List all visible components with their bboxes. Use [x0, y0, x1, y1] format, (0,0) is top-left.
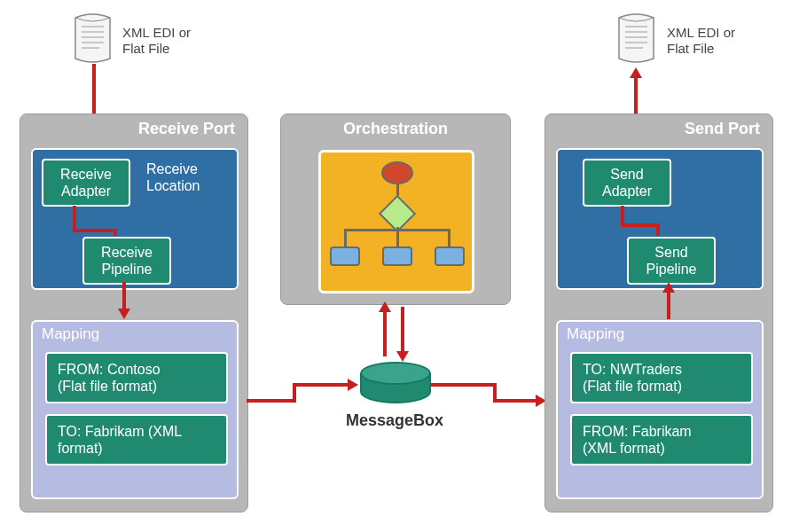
arrow-msgbox-sendmap-h1 [431, 383, 493, 387]
flowchart-branch-v-right [448, 229, 451, 246]
arrow-msgbox-sendmap-h2 [493, 399, 537, 403]
flowchart-task-3-icon [435, 246, 465, 266]
arrow-head-output [630, 67, 642, 78]
receive-port-title: Receive Port [138, 120, 235, 138]
arrow-orch-msgbox-right [401, 307, 404, 353]
arrow-sendpipe-adapter-v2 [621, 206, 624, 227]
messagebox-icon [360, 362, 431, 404]
output-document-label: XML EDI or Flat File [667, 25, 735, 57]
send-mapping-from: FROM: Fabrikam (XML format) [570, 414, 753, 466]
send-blue-box: Send Adapter Send Pipeline [556, 148, 764, 290]
arrow-head-sendmap-pipeline [662, 282, 675, 293]
arrow-head-orch-to-msgbox [396, 351, 409, 362]
flowchart-branch-v-center [396, 227, 399, 246]
send-mapping-box: Mapping TO: NWTraders (Flat file format)… [556, 320, 764, 499]
arrow-adapter-to-pipeline-v2 [114, 229, 117, 236]
flowchart-task-1-icon [330, 246, 360, 266]
arrow-head-recvmap-msgbox [348, 379, 358, 391]
flowchart-start-icon [381, 161, 413, 184]
send-port-panel: Send Port Send Adapter Send Pipeline Map… [545, 113, 773, 512]
arrow-head-msgbox-to-orch [379, 301, 391, 312]
arrow-pipeline-to-mapping [122, 282, 126, 310]
send-pipeline-box: Send Pipeline [627, 237, 716, 285]
receive-adapter-box: Receive Adapter [42, 159, 130, 207]
orchestration-panel: Orchestration [280, 113, 511, 305]
arrow-recvmap-msgbox-h2 [293, 383, 349, 387]
arrow-adapter-to-pipeline-v1 [73, 206, 76, 231]
receive-mapping-box: Mapping FROM: Contoso (Flat file format)… [31, 320, 239, 499]
input-document-icon [73, 12, 113, 64]
orchestration-title: Orchestration [281, 120, 510, 138]
messagebox-label: MessageBox [346, 411, 443, 430]
send-mapping-to: TO: NWTraders (Flat file format) [570, 352, 753, 403]
send-port-title: Send Port [685, 120, 760, 138]
input-document-label: XML EDI or Flat File [122, 25, 191, 57]
send-adapter-box: Send Adapter [583, 159, 671, 207]
receive-pipeline-box: Receive Pipeline [82, 237, 171, 285]
send-mapping-title: Mapping [567, 325, 624, 343]
receive-mapping-from: FROM: Contoso (Flat file format) [45, 352, 228, 403]
receive-location-box: Receive Location Receive Adapter Receive… [31, 148, 239, 290]
flowchart-branch-v-left [344, 229, 347, 246]
receive-mapping-title: Mapping [42, 325, 99, 343]
receive-port-panel: Receive Port Receive Location Receive Ad… [20, 113, 248, 512]
arrow-recvmap-msgbox-h1 [247, 399, 296, 403]
arrow-sendmap-to-pipeline [667, 291, 670, 319]
flowchart-task-2-icon [382, 246, 412, 266]
receive-location-label: Receive Location [146, 160, 200, 194]
output-document-icon [616, 12, 656, 64]
arrow-adapter-to-pipeline-h [73, 229, 117, 232]
arrow-sendpipe-adapter-h [621, 223, 660, 227]
receive-mapping-to: TO: Fabrikam (XML format) [45, 414, 228, 466]
arrow-head-pipeline-mapping [118, 309, 130, 319]
orchestration-diagram-box [318, 150, 474, 293]
arrow-orch-msgbox-left [383, 310, 387, 356]
